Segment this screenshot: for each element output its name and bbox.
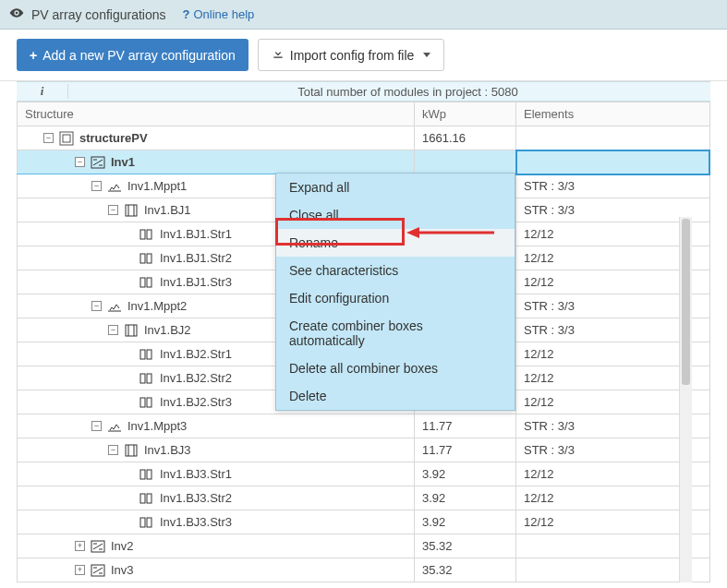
string-icon [139, 491, 154, 506]
download-icon [272, 47, 285, 63]
cell-kwp: 3.92 [415, 462, 516, 486]
table-row[interactable]: − Inv1.Mppt3 11.77 STR : 3/3 [18, 414, 710, 438]
svg-rect-3 [126, 205, 137, 216]
add-pv-array-button[interactable]: + Add a new PV array configuration [17, 39, 248, 71]
menu-create-combiner-auto[interactable]: Create combiner boxes automatically [276, 312, 515, 354]
node-label: Inv1.BJ1.Str2 [160, 251, 232, 265]
collapse-icon[interactable]: − [91, 301, 102, 311]
node-label: Inv3 [111, 563, 134, 577]
cell-kwp: 3.92 [415, 510, 516, 534]
node-label: Inv1.BJ1 [144, 203, 191, 217]
menu-see-characteristics[interactable]: See characteristics [276, 257, 515, 284]
collapse-icon[interactable]: − [108, 325, 118, 335]
cell-elements [516, 126, 710, 150]
svg-rect-4 [140, 230, 145, 239]
collapse-icon[interactable]: − [91, 181, 102, 191]
page-title: PV array configurations [31, 7, 166, 22]
node-label: Inv1.BJ2 [144, 323, 191, 337]
node-label: Inv1.BJ2.Str1 [160, 347, 232, 361]
node-label: Inv1.BJ2.Str3 [160, 395, 232, 409]
mppt-icon [107, 179, 122, 194]
svg-rect-12 [147, 350, 151, 359]
scrollbar-thumb[interactable] [682, 219, 690, 385]
menu-close-all[interactable]: Close all [276, 201, 515, 229]
svg-rect-18 [140, 470, 145, 479]
col-structure[interactable]: Structure [18, 102, 415, 126]
chevron-down-icon [423, 53, 430, 57]
string-icon [139, 395, 154, 410]
cell-kwp: 11.77 [415, 414, 516, 438]
collapse-icon[interactable]: − [43, 133, 54, 143]
node-label: Inv1.BJ2.Str2 [160, 371, 232, 385]
cell-elements: STR : 3/3 [516, 174, 710, 198]
node-label: Inv1.BJ3 [144, 443, 191, 457]
menu-expand-all[interactable]: Expand all [276, 174, 515, 201]
import-config-button[interactable]: Import config from file [258, 39, 445, 71]
string-icon [139, 275, 154, 290]
svg-rect-1 [63, 135, 70, 142]
expand-icon[interactable]: + [75, 541, 85, 551]
svg-rect-21 [147, 494, 151, 503]
svg-rect-15 [140, 398, 145, 407]
table-row[interactable]: Inv1.BJ3.Str3 3.92 12/12 [18, 510, 710, 534]
menu-delete-all-combiner[interactable]: Delete all combiner boxes [276, 354, 515, 382]
string-icon [139, 467, 154, 482]
svg-rect-16 [147, 398, 151, 407]
menu-delete[interactable]: Delete [276, 382, 515, 410]
string-icon [139, 515, 154, 530]
table-row[interactable]: Inv1.BJ3.Str1 3.92 12/12 [18, 462, 710, 486]
table-row-selected[interactable]: − Inv1 [18, 150, 710, 174]
svg-rect-9 [147, 278, 151, 287]
col-kwp[interactable]: kWp [415, 102, 516, 126]
inverter-icon [91, 155, 105, 170]
node-label: Inv1.BJ3.Str1 [160, 467, 232, 481]
table-row[interactable]: + Inv2 35.32 [18, 534, 710, 558]
menu-edit-configuration[interactable]: Edit configuration [276, 284, 515, 312]
string-icon [139, 251, 154, 266]
node-label: Inv1.BJ1.Str3 [160, 275, 232, 289]
collapse-icon[interactable]: − [108, 445, 118, 455]
table-row[interactable]: Inv1.BJ3.Str2 3.92 12/12 [18, 486, 710, 510]
col-elements[interactable]: Elements [516, 102, 710, 126]
node-label: structurePV [79, 131, 148, 145]
vertical-scrollbar[interactable] [679, 217, 692, 582]
node-label: Inv2 [111, 539, 134, 553]
cell-kwp: 11.77 [415, 438, 516, 462]
svg-rect-19 [147, 470, 151, 479]
info-text: Total number of modules in project : 508… [68, 85, 710, 99]
cell-kwp: 35.32 [415, 534, 516, 558]
table-row[interactable]: − structurePV 1661.16 [18, 126, 710, 150]
add-pv-array-label: Add a new PV array configuration [42, 48, 236, 63]
mppt-icon [107, 299, 122, 314]
string-icon [139, 371, 154, 386]
visibility-icon [9, 6, 24, 23]
string-icon [139, 227, 154, 242]
collapse-icon[interactable]: − [75, 157, 85, 167]
table-row[interactable]: + Inv3 35.32 [18, 558, 710, 582]
svg-rect-6 [140, 254, 145, 263]
menu-rename[interactable]: Rename [276, 229, 515, 257]
help-icon: ? [183, 7, 190, 21]
mppt-icon [107, 419, 122, 434]
combiner-box-icon [124, 323, 139, 338]
inverter-icon [91, 539, 105, 554]
expand-icon[interactable]: + [75, 565, 85, 575]
table-row[interactable]: − Inv1.BJ3 11.77 STR : 3/3 [18, 438, 710, 462]
collapse-icon[interactable]: − [91, 421, 102, 431]
toolbar: + Add a new PV array configuration Impor… [0, 30, 727, 81]
node-label: Inv1.Mppt2 [127, 299, 187, 313]
collapse-icon[interactable]: − [108, 205, 118, 215]
svg-rect-7 [147, 254, 151, 263]
node-label: Inv1.Mppt1 [127, 179, 187, 193]
info-icon: i [17, 84, 68, 99]
svg-rect-0 [60, 132, 73, 145]
cell-kwp [415, 150, 516, 174]
node-label: Inv1.BJ3.Str2 [160, 491, 232, 505]
svg-rect-14 [147, 374, 151, 383]
help-link[interactable]: ? Online help [183, 7, 255, 21]
structure-icon [59, 131, 74, 146]
cell-kwp: 1661.16 [415, 126, 516, 150]
table-header-row: Structure kWp Elements [18, 102, 710, 126]
inverter-icon [91, 563, 105, 578]
svg-rect-22 [140, 518, 145, 527]
